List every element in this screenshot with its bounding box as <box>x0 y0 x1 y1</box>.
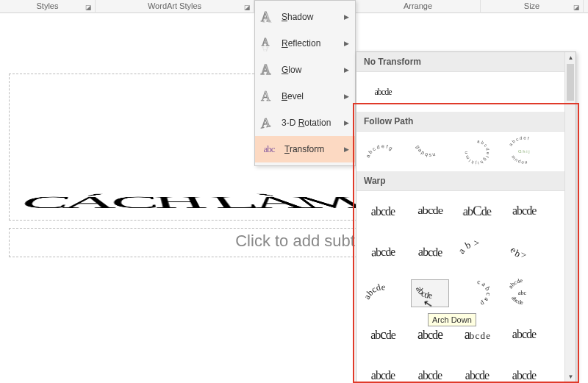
scrollbar[interactable]: ▲ ▼ <box>564 52 576 382</box>
menu-label: 3-D Rotation <box>282 118 344 128</box>
svg-text:A: A <box>262 11 272 25</box>
swatch-warp[interactable]: abcde <box>411 238 449 266</box>
scroll-up-button[interactable]: ▲ <box>565 52 576 63</box>
ribbon-group-label: Styles <box>37 1 59 10</box>
ribbon-group-wordart: WordArt Styles ◪ <box>96 0 254 13</box>
swatch-warp[interactable]: e b > <box>505 238 543 266</box>
scroll-thumb[interactable] <box>567 64 574 101</box>
svg-text:G h i j: G h i j <box>518 149 530 154</box>
menu-reflection[interactable]: AA Reflection ▶ <box>255 30 355 57</box>
ribbon-group-label: Size <box>524 1 539 10</box>
svg-text:abc: abc <box>518 290 527 296</box>
menu-label: Transform <box>284 144 344 154</box>
submenu-arrow-icon: ▶ <box>344 146 349 153</box>
subtitle-placeholder-text: Click to add subtitle <box>235 232 376 250</box>
shadow-icon: AA <box>259 9 276 25</box>
svg-text:abcde: abcde <box>414 284 432 301</box>
swatch-warp[interactable]: abcde <box>505 321 543 348</box>
svg-text:A: A <box>261 62 270 77</box>
svg-text:a b >: a b > <box>456 237 479 256</box>
ribbon-group-label: Arrange <box>404 1 432 10</box>
swatch-warp[interactable]: abCde <box>458 197 496 225</box>
submenu-arrow-icon: ▶ <box>344 93 349 100</box>
swatch-warp[interactable]: abcde <box>505 197 543 225</box>
submenu-arrow-icon: ▶ <box>344 40 349 47</box>
svg-text:a b c d e f g h i j k l m n: a b c d e f g h i j k l m n <box>464 139 490 165</box>
swatch-follow-arc-up[interactable]: a b c d e f g <box>364 137 402 165</box>
svg-text:g a p q s u: g a p q s u <box>415 145 436 158</box>
swatch-warp[interactable]: abcde <box>411 197 449 225</box>
submenu-arrow-icon: ▶ <box>344 66 349 74</box>
transform-icon: abc <box>259 141 279 157</box>
swatch-warp[interactable]: abcde <box>505 362 543 383</box>
menu-label: Reflection <box>282 38 344 49</box>
swatch-circle[interactable]: c a b c a p <box>458 279 496 307</box>
glow-icon: AA <box>259 62 276 78</box>
menu-label: Bevel <box>282 91 344 101</box>
section-no-transform: No Transform <box>356 52 576 72</box>
section-warp: Warp <box>356 171 576 191</box>
dialog-launcher-icon[interactable]: ◪ <box>573 1 580 9</box>
section-follow-path: Follow Path <box>356 112 576 132</box>
swatch-warp[interactable]: abcde <box>364 362 402 383</box>
rotation3d-icon: A <box>259 115 276 131</box>
svg-text:abcde: abcde <box>507 277 523 290</box>
svg-text:a b c d e f g: a b c d e f g <box>365 143 393 158</box>
svg-text:m n d o u: m n d o u <box>511 154 528 164</box>
ribbon-group-size: Size ◪ <box>481 0 584 13</box>
menu-label: Shadow <box>282 12 344 22</box>
svg-text:a b c d e f: a b c d e f <box>509 136 530 147</box>
svg-text:abcde: abcde <box>362 282 385 301</box>
swatch-warp[interactable]: abcde <box>411 362 449 383</box>
menu-transform[interactable]: abc Transform ▶ <box>255 136 355 162</box>
menu-bevel[interactable]: A Bevel ▶ <box>255 83 355 110</box>
dialog-launcher-icon[interactable]: ◪ <box>243 1 251 9</box>
swatch-warp[interactable]: abcde <box>364 197 402 225</box>
svg-text:A: A <box>261 115 270 131</box>
text-effects-menu: AA Shadow ▶ AA Reflection ▶ AA Glow ▶ A … <box>254 0 356 166</box>
scroll-down-button[interactable]: ▼ <box>565 371 576 382</box>
swatch-warp[interactable]: abcde <box>458 362 496 383</box>
dialog-launcher-icon[interactable]: ◪ <box>85 1 92 9</box>
svg-text:e b >: e b > <box>508 245 526 260</box>
swatch-button[interactable]: abcdeabcabcde <box>505 279 543 307</box>
swatch-warp[interactable]: abcde <box>364 321 402 348</box>
submenu-arrow-icon: ▶ <box>344 119 349 126</box>
ribbon-group-label: WordArt Styles <box>148 1 201 10</box>
ribbon-group-arrange: Arrange <box>356 0 481 13</box>
swatch-follow-button[interactable]: a b c d e fG h i jm n d o u <box>505 137 543 165</box>
menu-label: Glow <box>282 65 344 75</box>
transform-gallery: No Transform abcde Follow Path a b c d e… <box>356 51 576 383</box>
swatch-warp[interactable]: abcde <box>364 238 402 266</box>
menu-3drotation[interactable]: A 3-D Rotation ▶ <box>255 110 355 136</box>
menu-glow[interactable]: AA Glow ▶ <box>255 57 355 83</box>
swatch-warp[interactable]: a b > <box>458 238 496 266</box>
swatch-arch-up[interactable]: abcde <box>364 279 402 307</box>
svg-text:A: A <box>262 45 270 51</box>
svg-text:c a b c a p: c a b c a p <box>477 278 492 308</box>
ribbon-group-styles: Styles ◪ <box>0 0 96 13</box>
svg-text:A: A <box>261 89 270 104</box>
reflection-icon: AA <box>259 35 276 51</box>
swatch-follow-arc-down[interactable]: g a p q s u <box>411 137 449 165</box>
tooltip-arch-down: Arch Down <box>428 313 476 326</box>
swatch-follow-circle[interactable]: a b c d e f g h i j k l m n <box>458 137 496 165</box>
bevel-icon: A <box>259 88 276 104</box>
swatch-no-transform[interactable]: abcde <box>364 78 402 106</box>
svg-text:abcde: abcde <box>510 295 524 306</box>
menu-shadow[interactable]: AA Shadow ▶ <box>255 4 355 30</box>
swatch-arch-down[interactable]: abcde <box>411 279 449 307</box>
submenu-arrow-icon: ▶ <box>344 13 349 21</box>
